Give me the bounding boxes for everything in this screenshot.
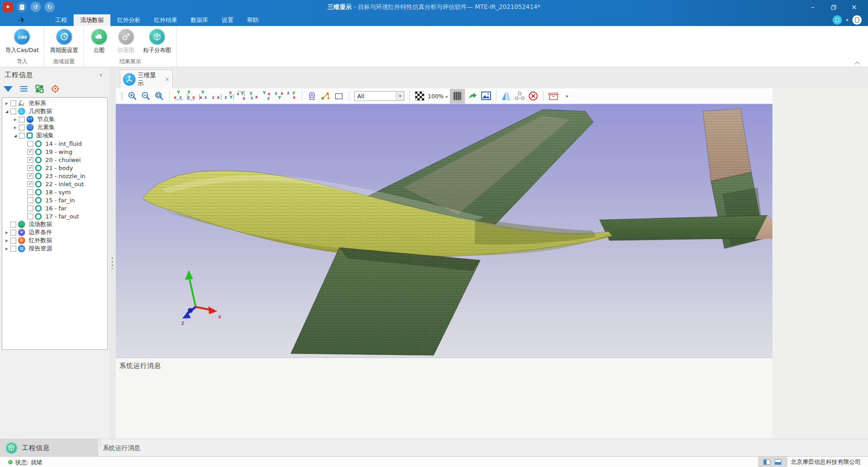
tab-close-icon[interactable]: × bbox=[165, 76, 170, 83]
import-cas-dat-button[interactable]: cas 导入Cas/Dat bbox=[3, 28, 41, 57]
tree-item[interactable]: ▶••节点集 bbox=[2, 115, 107, 123]
tree-expander-icon[interactable]: ▶ bbox=[4, 231, 9, 235]
tree-checkbox[interactable] bbox=[10, 222, 16, 227]
tree-checkbox[interactable] bbox=[10, 238, 16, 244]
tree-checkbox[interactable] bbox=[10, 230, 16, 236]
help-book-icon[interactable] bbox=[852, 15, 862, 25]
panel-collapse-icon[interactable]: ‹ bbox=[100, 71, 102, 79]
mesh-grid-toggle-icon[interactable] bbox=[450, 89, 465, 104]
tree-checkbox[interactable] bbox=[27, 189, 33, 195]
menu-item-5[interactable]: 设置 bbox=[215, 14, 240, 26]
menu-item-1[interactable]: 流场数据 bbox=[74, 14, 110, 26]
zoom-level-control[interactable]: 100% ▾ bbox=[428, 93, 447, 100]
close-button[interactable]: × bbox=[844, 0, 864, 14]
assembly-icon[interactable] bbox=[514, 90, 526, 102]
transparency-pattern-icon[interactable] bbox=[414, 90, 425, 102]
tree-checkbox[interactable] bbox=[27, 141, 33, 147]
menu-item-0[interactable]: 工程 bbox=[48, 14, 74, 26]
restore-button[interactable] bbox=[823, 0, 844, 14]
particle-map-button[interactable]: 粒子分布图 bbox=[140, 28, 174, 57]
tree-checkbox[interactable] bbox=[19, 125, 25, 131]
ribbon-collapse-chevron-icon[interactable] bbox=[855, 61, 860, 64]
tree-item[interactable]: ▶✦边界条件 bbox=[2, 228, 107, 236]
tree-item[interactable]: ▶▤报告资源 bbox=[2, 244, 107, 253]
tree-item[interactable]: 19 - wing bbox=[2, 148, 107, 156]
view-bottom-icon[interactable]: zYx bbox=[237, 91, 248, 102]
view-front-icon[interactable]: Yxz bbox=[174, 91, 185, 102]
filter-triangle-icon[interactable] bbox=[4, 86, 13, 92]
tree-checkbox[interactable] bbox=[27, 173, 33, 179]
tree-expander-icon[interactable]: ◢ bbox=[4, 109, 9, 113]
periodic-face-button[interactable]: 周期面设置 bbox=[47, 28, 81, 57]
mirror-icon[interactable] bbox=[500, 90, 512, 102]
tree-checkbox[interactable] bbox=[19, 133, 25, 139]
layout-split-vertical-icon[interactable] bbox=[763, 459, 770, 465]
list-view-icon[interactable] bbox=[19, 84, 28, 93]
tree-item[interactable]: ∴流场数据 bbox=[2, 220, 107, 228]
grid-view-icon[interactable] bbox=[35, 84, 44, 93]
tree-item[interactable]: 18 - sym bbox=[2, 188, 107, 196]
export-share-icon[interactable] bbox=[467, 90, 478, 102]
dropdown-arrow-icon[interactable]: ▾ bbox=[396, 92, 404, 100]
tree-item[interactable]: ▶✳红外数据 bbox=[2, 236, 107, 244]
tree-checkbox[interactable] bbox=[27, 197, 33, 203]
tree-item[interactable]: 23 - nozzle_in bbox=[2, 172, 107, 180]
style-switcher-icon[interactable] bbox=[833, 15, 842, 25]
tree-expander-icon[interactable]: ◢ bbox=[13, 134, 18, 138]
tree-checkbox[interactable] bbox=[27, 181, 33, 187]
snapshot-image-icon[interactable] bbox=[480, 90, 492, 102]
dock-tab-system-message[interactable]: 系统运行消息 bbox=[103, 439, 140, 457]
view-top-icon[interactable]: xzY bbox=[224, 91, 235, 102]
menu-caret-icon[interactable]: ▾ bbox=[846, 17, 848, 22]
menu-item-6[interactable]: 帮助 bbox=[240, 14, 265, 26]
menu-item-4[interactable]: 数据库 bbox=[184, 14, 215, 26]
tree-expander-icon[interactable]: ▶ bbox=[13, 118, 18, 122]
splitter-handle-icon[interactable] bbox=[112, 258, 113, 269]
tree-item[interactable]: ◢面域集 bbox=[2, 131, 107, 140]
view-left-icon[interactable]: Yxz bbox=[199, 91, 210, 102]
viewport-3d[interactable]: x z bbox=[116, 104, 772, 358]
tree-expander-icon[interactable]: ▶ bbox=[13, 126, 18, 130]
tree-checkbox[interactable] bbox=[27, 157, 33, 163]
tree-item[interactable]: 17 - far_out bbox=[2, 212, 107, 220]
locate-target-icon[interactable] bbox=[51, 84, 60, 93]
tree-checkbox[interactable] bbox=[27, 214, 33, 219]
tree-item[interactable]: 21 - body bbox=[2, 164, 107, 172]
menu-item-2[interactable]: 红外分析 bbox=[110, 14, 147, 26]
view-back-icon[interactable]: Yzx bbox=[186, 91, 197, 102]
view-iso-2-icon[interactable]: Yxz bbox=[262, 91, 273, 102]
toolbar-grip[interactable] bbox=[121, 92, 123, 100]
package-box-icon[interactable] bbox=[548, 90, 559, 102]
tree-expander-icon[interactable]: ▶ bbox=[4, 101, 9, 105]
view-iso-4-icon[interactable]: zyx bbox=[287, 91, 298, 102]
tree-item[interactable]: 15 - far_in bbox=[2, 196, 107, 204]
display-mode-icon[interactable] bbox=[320, 90, 331, 102]
tree-expander-icon[interactable]: ▶ bbox=[4, 239, 9, 243]
tree-item[interactable]: ◢△几何数据 bbox=[2, 107, 107, 115]
tree-item[interactable]: 20 - chuiwei bbox=[2, 156, 107, 164]
tree-item[interactable]: 22 - inlet_out bbox=[2, 180, 107, 188]
tree-item[interactable]: ▶◌元素集 bbox=[2, 123, 107, 131]
menu-item-3[interactable]: 红外结果 bbox=[147, 14, 184, 26]
tree-checkbox[interactable] bbox=[27, 165, 33, 171]
delete-cancel-icon[interactable] bbox=[527, 90, 539, 102]
tree-checkbox[interactable] bbox=[10, 100, 16, 106]
panel-splitter[interactable] bbox=[109, 67, 116, 439]
tree-item[interactable]: 16 - far bbox=[2, 204, 107, 212]
tab-3d-display[interactable]: 三维显示 × bbox=[120, 70, 173, 88]
rect-select-icon[interactable] bbox=[333, 90, 345, 102]
tree-checkbox[interactable] bbox=[27, 205, 33, 211]
minimize-button[interactable]: – bbox=[802, 0, 823, 14]
zoom-in-icon[interactable] bbox=[127, 90, 138, 102]
view-right-icon[interactable]: zx bbox=[211, 91, 223, 102]
tree-checkbox[interactable] bbox=[27, 149, 33, 155]
more-options-caret-icon[interactable]: ▾ bbox=[561, 90, 573, 102]
tree-checkbox[interactable] bbox=[10, 109, 16, 114]
tree-expander-icon[interactable]: ▶ bbox=[4, 247, 9, 251]
tree-checkbox[interactable] bbox=[10, 246, 16, 252]
zoom-fit-icon[interactable] bbox=[153, 90, 165, 102]
tree-checkbox[interactable] bbox=[19, 117, 25, 122]
zoom-out-icon[interactable] bbox=[140, 90, 152, 102]
view-iso-3-icon[interactable]: zYx bbox=[274, 91, 285, 102]
camera-view-icon[interactable] bbox=[306, 90, 318, 102]
